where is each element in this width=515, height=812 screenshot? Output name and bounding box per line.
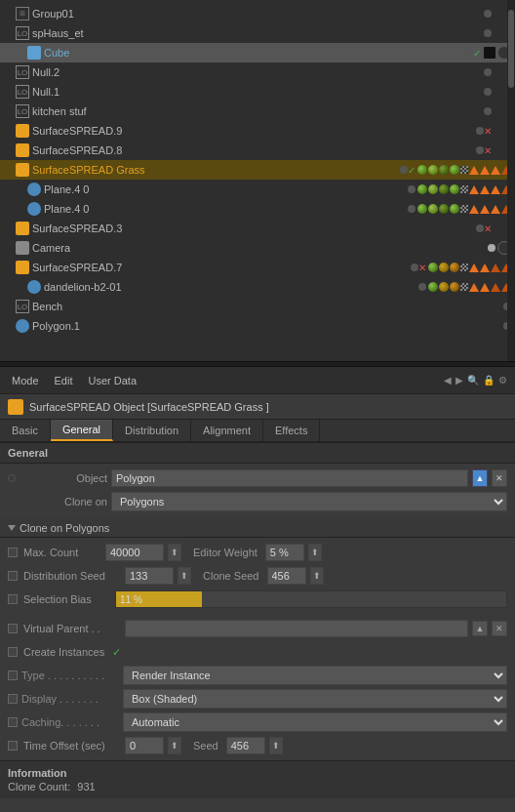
scene-item-plane40a[interactable]: Plane.4 0 (0, 180, 515, 199)
clone-on-label: Clone on (20, 496, 107, 508)
bench-icon: LO (16, 300, 29, 313)
expand-icon (8, 525, 16, 531)
selection-bias-slider[interactable]: 11 % (115, 590, 507, 608)
scene-item-bench[interactable]: LO Bench (0, 297, 515, 316)
seed-spinner2[interactable]: ⬆ (269, 737, 283, 754)
scene-item-kitchen[interactable]: LO kitchen stuf (0, 102, 515, 121)
surface-spread-icon (16, 124, 29, 138)
scene-scrollbar[interactable] (507, 0, 515, 361)
to-spinner[interactable]: ⬆ (168, 737, 181, 754)
vp-clear-btn[interactable]: ✕ (492, 621, 507, 636)
user-data-button[interactable]: User Data (85, 373, 141, 388)
item-label: kitchen stuf (32, 105, 484, 117)
sphere3 (450, 282, 459, 292)
seed-input2[interactable] (226, 737, 265, 754)
scrollbar-thumb (508, 10, 514, 88)
display-cb[interactable] (8, 694, 18, 704)
mode-button[interactable]: Mode (8, 373, 43, 388)
scene-item-ss8[interactable]: SurfaceSPREAD.8 ✕ (0, 141, 515, 160)
ci-cb[interactable] (8, 647, 18, 657)
virtual-parent-input[interactable] (125, 620, 468, 637)
item-label: Cube (44, 47, 465, 59)
clone-on-select[interactable]: Polygons (111, 492, 507, 511)
sphere2 (439, 282, 449, 292)
tab-general[interactable]: General (51, 420, 113, 441)
sel-bias-cb[interactable] (8, 594, 18, 604)
info-section: Information Clone Count: 931 (0, 760, 515, 798)
sphere1 (428, 263, 438, 272)
tab-alignment[interactable]: Alignment (191, 420, 263, 441)
clone-seed-spinner[interactable]: ⬆ (310, 567, 324, 585)
scene-item-ss9[interactable]: SurfaceSPREAD.9 ✕ (0, 121, 515, 141)
dist-seed-cb[interactable] (8, 571, 18, 581)
scene-item-null1[interactable]: LO Null.1 (0, 82, 515, 102)
to-cb[interactable] (8, 741, 18, 751)
scene-item-sphaus[interactable]: LO spHaus_et (0, 23, 515, 43)
max-count-cb[interactable] (8, 548, 18, 557)
create-instances-row: Create Instances ✓ (0, 641, 515, 663)
tab-effects[interactable]: Effects (263, 420, 320, 441)
scene-item-ss3[interactable]: SurfaceSPREAD.3 ✕ (0, 219, 515, 238)
visibility-dot (476, 146, 484, 154)
lock-icon[interactable]: 🔒 (483, 375, 495, 386)
thumb-area-dandelion (428, 282, 511, 292)
max-count-input[interactable] (105, 544, 164, 561)
null-icon: LO (16, 65, 29, 79)
editor-weight-input[interactable] (265, 544, 304, 561)
item-label: Polygon.1 (32, 320, 503, 332)
display-select[interactable]: Box (Shaded) (123, 689, 507, 709)
surface-spread-icon (16, 222, 29, 235)
clone-seed-input[interactable] (267, 567, 306, 585)
sphere2 (439, 263, 449, 272)
type-cb[interactable] (8, 670, 18, 680)
null-icon: LO (16, 104, 29, 118)
scene-item-cube[interactable]: Cube ✓ (0, 43, 515, 62)
object-clear-btn[interactable]: ✕ (492, 469, 507, 487)
time-offset-input[interactable] (125, 737, 164, 754)
tab-basic[interactable]: Basic (0, 420, 51, 441)
edit-button[interactable]: Edit (51, 373, 77, 388)
object-value-input[interactable] (111, 469, 468, 487)
settings-icon[interactable]: ⚙ (498, 375, 507, 386)
scene-item-polygon1[interactable]: Polygon.1 (0, 316, 515, 336)
search-icon[interactable]: 🔍 (467, 375, 479, 386)
visibility-dot (484, 68, 492, 76)
properties-panel: Mode Edit User Data ◀ ▶ 🔍 🔒 ⚙ SurfaceSPR… (0, 367, 515, 806)
object-cb[interactable] (8, 474, 16, 482)
object-title: SurfaceSPREAD Object [SurfaceSPREAD Gras… (29, 401, 269, 413)
caching-row: Caching. . . . . . . Automatic (0, 711, 515, 733)
surface-spread-icon (16, 143, 29, 157)
distribution-seed-input[interactable] (125, 567, 174, 585)
vp-cb[interactable] (8, 624, 18, 633)
selection-bias-row: Selection Bias 11 % (8, 589, 507, 610)
scene-item-camera[interactable]: Camera (0, 238, 515, 258)
next-arrow[interactable]: ▶ (456, 375, 463, 386)
type-select[interactable]: Render Instance (123, 666, 507, 685)
scene-item-plane40b[interactable]: Plane.4 0 (0, 199, 515, 219)
tri2 (480, 205, 490, 214)
max-count-spinner[interactable]: ⬆ (168, 544, 181, 561)
caching-select[interactable]: Automatic (123, 712, 507, 732)
tri3 (491, 166, 500, 175)
plane-icon (27, 202, 41, 216)
cross-mark: ✕ (418, 263, 426, 273)
vp-link-btn[interactable]: ▲ (472, 621, 488, 636)
item-label: Null.2 (32, 66, 484, 78)
group-icon: ⊞ (16, 7, 29, 20)
editor-weight-spinner[interactable]: ⬆ (308, 544, 322, 561)
scene-item-ss7[interactable]: SurfaceSPREAD.7 ✕ (0, 258, 515, 277)
scene-item-null2[interactable]: LO Null.2 (0, 62, 515, 82)
tab-distribution[interactable]: Distribution (113, 420, 191, 441)
tri2 (480, 166, 490, 175)
scene-item-group01[interactable]: ⊞ Group01 (0, 4, 515, 23)
prev-arrow[interactable]: ◀ (444, 375, 452, 386)
scene-item-dandelion[interactable]: dandelion-b2-01 (0, 277, 515, 297)
cross-mark: ✕ (484, 145, 492, 156)
object-title-row: SurfaceSPREAD Object [SurfaceSPREAD Gras… (0, 394, 515, 420)
form-section-clone-polygons: Max. Count ⬆ Editor Weight ⬆ Distributio… (0, 538, 515, 616)
subsection-clone-on-polygons[interactable]: Clone on Polygons (0, 518, 515, 538)
scene-item-ssgrass[interactable]: SurfaceSPREAD Grass ✓ (0, 160, 515, 180)
object-pick-btn[interactable]: ▲ (472, 469, 488, 487)
dist-seed-spinner[interactable]: ⬆ (178, 567, 191, 585)
caching-cb[interactable] (8, 717, 18, 727)
